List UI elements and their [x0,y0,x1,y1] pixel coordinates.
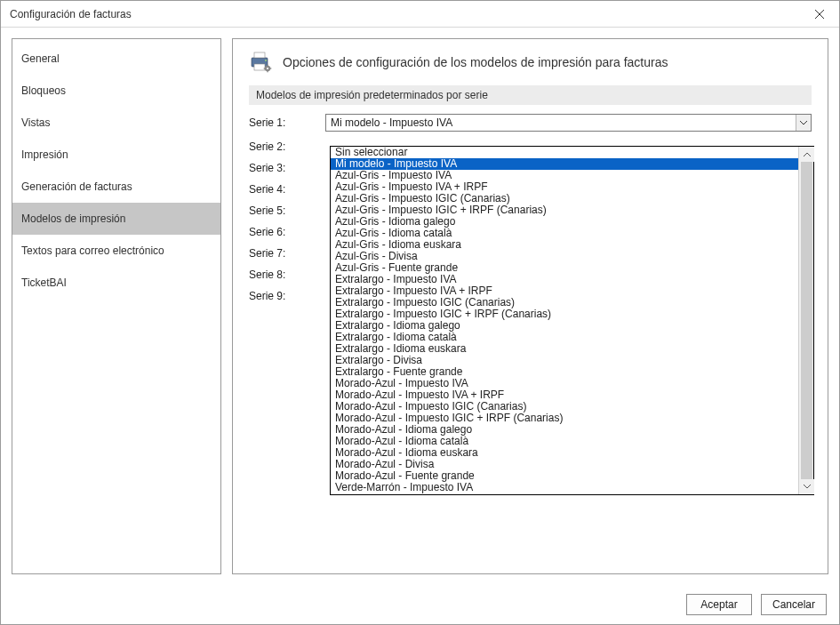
dialog-footer: Aceptar Cancelar [1,585,839,624]
button-label: Cancelar [772,598,815,611]
svg-rect-9 [267,71,268,73]
dropdown-list[interactable]: Sin seleccionarMi modelo - Impuesto IVAA… [331,147,798,494]
serie-label-9: Serie 9: [249,290,320,302]
sidebar-item-label: Textos para correo electrónico [21,244,164,257]
svg-rect-4 [254,64,265,70]
serie-label-3: Serie 3: [249,162,320,174]
dropdown-option[interactable]: Verde-Marrón - Impuesto IVA [331,482,798,493]
sidebar-item-ticketbai[interactable]: TicketBAI [12,267,220,299]
sidebar-item-label: General [21,52,60,65]
titlebar: Configuración de facturas [1,1,839,28]
sidebar: General Bloqueos Vistas Impresión Genera… [12,38,221,574]
panel-heading: Opciones de configuración de los modelos… [283,55,668,69]
serie-label-5: Serie 5: [249,204,320,217]
section-title: Modelos de impresión predeterminados por… [249,85,812,105]
serie-label-4: Serie 4: [249,183,320,196]
sidebar-item-impresion[interactable]: Impresión [12,139,220,171]
sidebar-item-bloqueos[interactable]: Bloqueos [12,75,220,107]
svg-rect-10 [264,68,266,68]
svg-rect-8 [267,65,268,67]
svg-rect-11 [270,68,272,68]
svg-point-5 [265,60,267,61]
serie1-dropdown[interactable]: Sin seleccionarMi modelo - Impuesto IVAA… [330,146,814,495]
sidebar-item-label: TicketBAI [21,276,67,289]
window-title: Configuración de facturas [10,8,132,20]
close-icon [815,10,824,19]
chevron-down-icon[interactable] [796,115,811,131]
sidebar-item-label: Bloqueos [21,84,66,97]
serie-label-2: Serie 2: [249,140,320,153]
accept-button[interactable]: Aceptar [686,594,752,615]
svg-point-7 [267,68,268,69]
serie-label-6: Serie 6: [249,226,320,238]
sidebar-item-general[interactable]: General [12,43,220,75]
serie-label-7: Serie 7: [249,247,320,260]
sidebar-item-textos-correo[interactable]: Textos para correo electrónico [12,235,220,267]
sidebar-item-label: Modelos de impresión [21,212,125,225]
sidebar-item-label: Impresión [21,148,68,161]
combo-value: Mi modelo - Impuesto IVA [331,116,452,129]
sidebar-item-label: Vistas [21,116,50,129]
button-label: Aceptar [700,598,737,611]
sidebar-item-vistas[interactable]: Vistas [12,107,220,139]
dialog-window: Configuración de facturas General Bloque… [0,0,840,625]
serie-label-8: Serie 8: [249,268,320,281]
svg-rect-3 [254,52,265,58]
panel-header: Opciones de configuración de los modelos… [249,52,812,73]
sidebar-item-modelos-impresion[interactable]: Modelos de impresión [12,203,220,235]
sidebar-item-generacion-facturas[interactable]: Generación de facturas [12,171,220,203]
printer-settings-icon [249,52,272,73]
sidebar-item-label: Generación de facturas [21,180,132,193]
cancel-button[interactable]: Cancelar [761,594,827,615]
serie-combo-1[interactable]: Mi modelo - Impuesto IVA [325,114,812,132]
scroll-up-button[interactable] [799,147,814,162]
scroll-thumb[interactable] [801,162,812,479]
dropdown-scrollbar[interactable] [798,147,813,494]
serie-label-1: Serie 1: [249,116,320,129]
scroll-down-button[interactable] [799,479,814,494]
combo-display[interactable]: Mi modelo - Impuesto IVA [325,114,812,132]
close-button[interactable] [799,1,839,28]
